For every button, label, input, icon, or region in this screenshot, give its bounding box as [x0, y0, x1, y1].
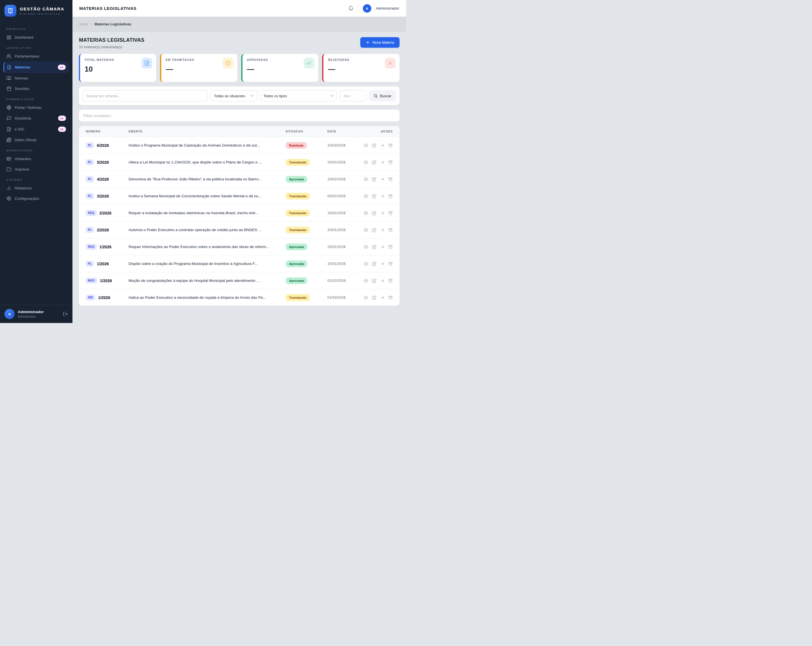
situacao-cell: Rejeitada: [285, 142, 327, 149]
forward-button[interactable]: [380, 160, 385, 165]
view-icon: [364, 262, 368, 266]
delete-button[interactable]: [388, 279, 393, 283]
breadcrumb-current: Materias Legislativas: [95, 22, 131, 26]
forward-button[interactable]: [380, 262, 385, 266]
edit-button[interactable]: [372, 245, 376, 249]
page-subtitle: 10 materia(s) cadastrada(s): [79, 45, 144, 49]
sidebar-section-label: COMUNICAÇÃO: [6, 98, 66, 101]
forward-button[interactable]: [380, 177, 385, 181]
sidebar-item-parlamentares[interactable]: Parlamentares: [3, 51, 69, 61]
sidebar-item-configura-es[interactable]: Configurações: [3, 193, 69, 204]
sidebar-item-portal-not-cias[interactable]: Portal / Notícias: [3, 103, 69, 113]
breadcrumb-home[interactable]: Inicio: [79, 22, 88, 26]
sidebar-item-arquivos[interactable]: Arquivos: [3, 164, 69, 174]
delete-icon: [388, 279, 393, 283]
topbar-user-name[interactable]: Administrador: [376, 6, 399, 11]
forward-button[interactable]: [380, 211, 385, 215]
search-input[interactable]: [82, 90, 208, 102]
col-situacao: SITUACAO: [285, 130, 327, 133]
sidebar-item-di-rio-oficial[interactable]: Diário Oficial: [3, 135, 69, 145]
edit-button[interactable]: [372, 262, 376, 266]
view-button[interactable]: [364, 262, 368, 266]
delete-icon: [388, 228, 393, 232]
edit-button[interactable]: [372, 143, 376, 148]
breadcrumb: Inicio / Materias Legislativas: [72, 17, 406, 32]
data-cell: 15/02/2026: [327, 211, 363, 215]
edit-button[interactable]: [372, 160, 376, 165]
edit-button[interactable]: [372, 177, 376, 181]
data-cell: 25/01/2026: [327, 245, 363, 249]
sidebar-item-mat-rias[interactable]: MatériasIA: [3, 62, 69, 73]
ementa-text: Altera a Lei Municipal no 1.234/2020, qu…: [128, 160, 285, 164]
forward-button[interactable]: [380, 194, 385, 198]
materia-number: 3/2026: [97, 194, 109, 198]
search-button[interactable]: Buscar: [369, 90, 396, 102]
forward-button[interactable]: [380, 245, 385, 249]
col-numero: NUMERO: [86, 130, 128, 133]
delete-button[interactable]: [388, 194, 393, 198]
materia-number: 1/2026: [100, 279, 112, 283]
users-icon: [6, 54, 11, 59]
forward-button[interactable]: [380, 296, 385, 300]
delete-button[interactable]: [388, 296, 393, 300]
forward-button[interactable]: [380, 228, 385, 232]
type-badge: REQ: [86, 210, 97, 216]
sidebar-item-relat-rios[interactable]: Relatórios: [3, 183, 69, 193]
delete-button[interactable]: [388, 262, 393, 266]
table-row: PL2/2026Autoriza o Poder Executivo a con…: [79, 221, 400, 238]
forward-icon: [380, 177, 385, 181]
situation-select[interactable]: Todas as situacoes: [211, 90, 257, 102]
plus-icon: [366, 40, 370, 44]
view-button[interactable]: [364, 143, 368, 148]
materias-table: NUMERO EMENTA SITUACAO DATA ACOES PL6/20…: [79, 126, 400, 306]
edit-button[interactable]: [372, 194, 376, 198]
actions-cell: [363, 262, 393, 266]
delete-button[interactable]: [388, 245, 393, 249]
view-button[interactable]: [364, 160, 368, 165]
brand-title: GESTÃO CÂMARA: [20, 6, 64, 12]
type-select[interactable]: Todos os tipos: [260, 90, 337, 102]
sidebar-item-ouvidoria[interactable]: OuvidoriaIA: [3, 113, 69, 123]
forward-icon: [380, 262, 385, 266]
delete-button[interactable]: [388, 160, 393, 165]
view-button[interactable]: [364, 177, 368, 181]
folder-icon: [6, 167, 11, 172]
delete-button[interactable]: [388, 228, 393, 232]
edit-button[interactable]: [372, 296, 376, 300]
edit-button[interactable]: [372, 228, 376, 232]
actions-cell: [363, 296, 393, 300]
actions-cell: [363, 279, 393, 283]
forward-button[interactable]: [380, 143, 385, 148]
delete-button[interactable]: [388, 177, 393, 181]
sidebar-item-normas[interactable]: Normas: [3, 73, 69, 83]
edit-button[interactable]: [372, 211, 376, 215]
view-button[interactable]: [364, 211, 368, 215]
materia-number: 2/2026: [97, 228, 109, 232]
avatar[interactable]: A: [363, 4, 371, 13]
year-input[interactable]: [340, 90, 366, 102]
view-button[interactable]: [364, 194, 368, 198]
view-button[interactable]: [364, 296, 368, 300]
view-icon: [364, 177, 368, 181]
delete-button[interactable]: [388, 143, 393, 148]
delete-button[interactable]: [388, 211, 393, 215]
notifications-button[interactable]: [348, 6, 354, 11]
new-materia-button[interactable]: Nova Materia: [360, 37, 400, 48]
sidebar-item-sess-es[interactable]: Sessões: [3, 84, 69, 94]
col-acoes: ACOES: [363, 130, 393, 133]
sidebar-item-label: Sessões: [15, 87, 29, 91]
forward-button[interactable]: [380, 279, 385, 283]
sidebar-item-e-sic[interactable]: e-SICIA: [3, 124, 69, 134]
sidebar-item-visitantes[interactable]: Visitantes: [3, 154, 69, 164]
sidebar-item-dashboard[interactable]: Dashboard: [3, 32, 69, 42]
type-badge: PL: [86, 176, 94, 182]
view-button[interactable]: [364, 228, 368, 232]
logout-button[interactable]: [63, 311, 68, 317]
view-button[interactable]: [364, 279, 368, 283]
brand-subtitle: SISTEMA LEGISLATIVO: [20, 13, 64, 15]
edit-button[interactable]: [372, 279, 376, 283]
logout-icon: [63, 311, 68, 317]
quick-filter-input[interactable]: [79, 110, 400, 122]
chevron-down-icon: [250, 94, 254, 98]
view-button[interactable]: [364, 245, 368, 249]
